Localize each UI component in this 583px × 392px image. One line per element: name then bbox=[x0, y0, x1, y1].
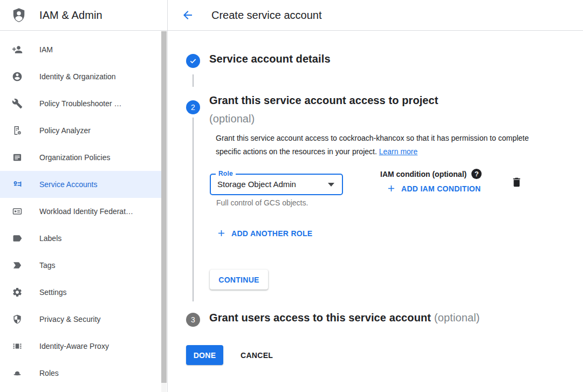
sidebar-nav: IAM Identity & Organization Policy Troub… bbox=[0, 31, 167, 387]
sidebar-item-label: Workload Identity Federat… bbox=[39, 207, 133, 216]
continue-button[interactable]: CONTINUE bbox=[210, 270, 268, 290]
plus-icon bbox=[216, 228, 227, 238]
sidebar-item-label: Identity & Organization bbox=[39, 72, 116, 81]
sidebar-item-settings[interactable]: Settings bbox=[0, 279, 161, 306]
done-button[interactable]: DONE bbox=[186, 345, 223, 365]
sidebar-item-label: Policy Troubleshooter … bbox=[39, 99, 122, 108]
account-circle-icon bbox=[11, 70, 24, 83]
sidebar-header: IAM & Admin bbox=[0, 0, 167, 31]
add-iam-condition-button[interactable]: ADD IAM CONDITION bbox=[386, 183, 481, 194]
main-header: Create service account bbox=[168, 0, 583, 31]
sidebar-item-privacy-security[interactable]: Privacy & Security bbox=[0, 306, 161, 333]
sidebar-item-label: Settings bbox=[39, 288, 67, 297]
service-account-icon bbox=[11, 178, 24, 191]
sidebar-item-label: Policy Analyzer bbox=[39, 126, 91, 135]
iam-admin-shield-icon bbox=[11, 6, 27, 24]
role-selected-value: Storage Object Admin bbox=[217, 175, 296, 194]
role-helper-text: Full control of GCS objects. bbox=[216, 198, 308, 207]
step3-title-text: Grant users access to this service accou… bbox=[209, 312, 431, 324]
label-icon bbox=[11, 232, 24, 245]
sidebar-item-identity-organization[interactable]: Identity & Organization bbox=[0, 63, 161, 90]
sidebar-item-roles[interactable]: Roles bbox=[0, 360, 161, 387]
sidebar-item-label: Tags bbox=[39, 261, 56, 270]
back-arrow-icon[interactable] bbox=[181, 9, 194, 22]
trash-icon bbox=[511, 176, 523, 188]
create-service-account-form: Service account details 2 Grant this ser… bbox=[168, 31, 583, 392]
app-title: IAM & Admin bbox=[39, 9, 102, 22]
stepper-connector-line bbox=[193, 118, 194, 301]
shield-half-icon bbox=[11, 313, 24, 326]
sidebar-item-label: Service Accounts bbox=[39, 180, 97, 189]
help-icon[interactable]: ? bbox=[471, 169, 482, 179]
sidebar-item-label: Privacy & Security bbox=[39, 315, 101, 324]
sidebar-item-workload-identity-federation[interactable]: Workload Identity Federat… bbox=[0, 198, 161, 225]
sidebar-item-label: Organization Policies bbox=[39, 153, 111, 162]
step2-title[interactable]: Grant this service account access to pro… bbox=[209, 91, 438, 128]
sidebar-item-policy-analyzer[interactable]: Policy Analyzer bbox=[0, 117, 161, 144]
page: IAM & Admin IAM Identity & Organization bbox=[0, 0, 583, 392]
sidebar-item-labels[interactable]: Labels bbox=[0, 225, 161, 252]
iam-condition-label-row: IAM condition (optional) ? bbox=[380, 169, 482, 179]
main-panel: Create service account Service account d… bbox=[168, 0, 583, 392]
step3-title[interactable]: Grant users access to this service accou… bbox=[209, 312, 479, 324]
person-add-icon bbox=[11, 43, 24, 56]
page-title: Create service account bbox=[211, 9, 322, 22]
delete-role-button[interactable] bbox=[511, 176, 524, 189]
add-another-role-button[interactable]: ADD ANOTHER ROLE bbox=[216, 228, 313, 238]
sidebar-scrollbar[interactable] bbox=[161, 31, 167, 392]
sidebar-item-label: Labels bbox=[39, 234, 61, 243]
plus-icon bbox=[386, 183, 396, 194]
sidebar-item-label: Roles bbox=[39, 369, 59, 377]
id-card-icon bbox=[11, 205, 24, 218]
article-icon bbox=[11, 151, 24, 164]
sidebar-item-service-accounts[interactable]: Service Accounts bbox=[0, 171, 161, 198]
tag-icon bbox=[11, 259, 24, 272]
role-select[interactable]: Role Storage Object Admin bbox=[210, 174, 343, 195]
sidebar-item-policy-troubleshooter[interactable]: Policy Troubleshooter … bbox=[0, 90, 161, 117]
step2-number-badge: 2 bbox=[186, 100, 200, 114]
sidebar-item-identity-aware-proxy[interactable]: Identity-Aware Proxy bbox=[0, 333, 161, 360]
proxy-icon bbox=[11, 340, 24, 353]
step1-completed-check-icon bbox=[186, 54, 200, 68]
iam-condition-label: IAM condition (optional) bbox=[380, 170, 467, 178]
sidebar-item-label: Identity-Aware Proxy bbox=[39, 342, 109, 350]
step3-optional-label: (optional) bbox=[434, 312, 479, 324]
scrollbar-thumb[interactable] bbox=[161, 31, 167, 383]
document-gear-icon bbox=[11, 124, 24, 137]
cancel-button[interactable]: CANCEL bbox=[230, 345, 284, 365]
hat-icon bbox=[11, 367, 24, 380]
sidebar-item-tags[interactable]: Tags bbox=[0, 252, 161, 279]
wrench-icon bbox=[11, 97, 24, 110]
step2-description-text: Grant this service account access to coc… bbox=[216, 134, 529, 156]
sidebar-item-organization-policies[interactable]: Organization Policies bbox=[0, 144, 161, 171]
learn-more-link[interactable]: Learn more bbox=[379, 147, 418, 156]
sidebar: IAM & Admin IAM Identity & Organization bbox=[0, 0, 168, 392]
dropdown-caret-icon bbox=[328, 183, 334, 187]
step2-description: Grant this service account access to coc… bbox=[216, 132, 537, 159]
sidebar-item-label: IAM bbox=[39, 45, 53, 54]
stepper-connector-line bbox=[193, 74, 194, 87]
sidebar-item-iam[interactable]: IAM bbox=[0, 36, 161, 63]
add-another-role-label: ADD ANOTHER ROLE bbox=[231, 229, 313, 238]
gear-icon bbox=[11, 286, 24, 299]
add-iam-condition-label: ADD IAM CONDITION bbox=[401, 184, 481, 193]
step2-title-text: Grant this service account access to pro… bbox=[209, 94, 438, 106]
step2-optional-label: (optional) bbox=[209, 109, 438, 128]
step1-title[interactable]: Service account details bbox=[209, 53, 331, 65]
step3-number-badge: 3 bbox=[186, 313, 200, 327]
